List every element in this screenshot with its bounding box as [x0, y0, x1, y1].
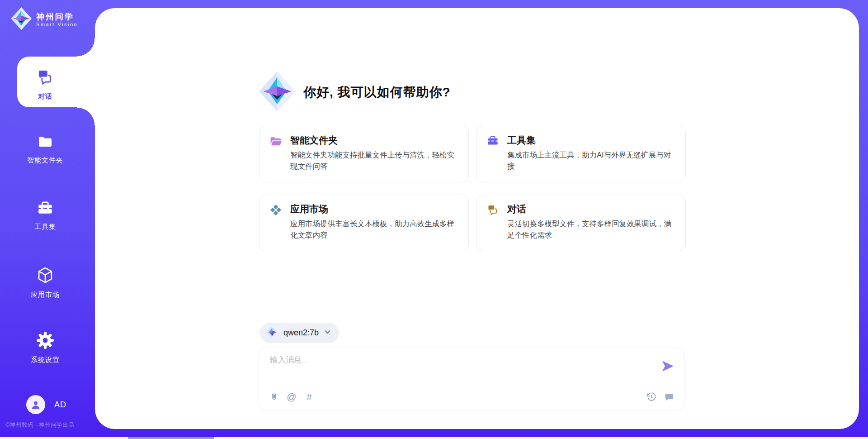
- sidebar-item-toolset[interactable]: 工具集: [0, 200, 90, 231]
- send-icon[interactable]: [661, 360, 674, 372]
- assistant-logo-icon: [259, 72, 295, 113]
- at-icon[interactable]: @: [287, 392, 297, 402]
- chevron-down-icon: [324, 329, 331, 337]
- avatar: [26, 395, 45, 414]
- brand-logo-icon: [11, 7, 32, 32]
- sidebar-item-label: 智能文件夹: [27, 156, 63, 165]
- card-description: 智能文件夹功能支持批量文件上传与清洗，轻松实现文件问答: [290, 149, 458, 172]
- toolbox-icon: [36, 200, 54, 218]
- sidebar-item-chat[interactable]: 对话: [0, 68, 90, 101]
- message-composer: @ #: [259, 348, 684, 410]
- app-root: 神州问学 Smart Vision 对话 智能文件夹: [0, 0, 868, 439]
- sidebar-item-smart-folder[interactable]: 智能文件夹: [0, 134, 90, 165]
- greeting-text: 你好, 我可以如何帮助你?: [303, 84, 451, 101]
- copyright: ©神州数码 · 神州问学出品: [5, 421, 74, 429]
- brand-subtitle: Smart Vision: [36, 22, 78, 27]
- scrollbar-thumb[interactable]: [128, 437, 214, 439]
- sidebar-item-label: 对话: [38, 92, 52, 101]
- active-tab-curve-top: [77, 38, 95, 57]
- card-description: 应用市场提供丰富长文本模板，助力高效生成多样化文章内容: [290, 218, 458, 241]
- brand-name: 神州问学: [36, 12, 78, 22]
- composer-tools-left: @ #: [269, 392, 314, 402]
- gear-icon: [36, 331, 54, 351]
- brand: 神州问学 Smart Vision: [11, 7, 78, 32]
- card-toolset[interactable]: 工具集 集成市场上主流工具，助力AI与外界无缝扩展与对接: [476, 126, 686, 182]
- model-name: qwen2:7b: [283, 328, 319, 338]
- card-smart-folder[interactable]: 智能文件夹 智能文件夹功能支持批量文件上传与清洗，轻松实现文件问答: [259, 126, 469, 182]
- sidebar-item-label: 系统设置: [31, 356, 60, 364]
- card-title: 对话: [507, 203, 675, 215]
- active-tab-curve-bottom: [77, 107, 95, 125]
- user-initials: AD: [54, 400, 66, 410]
- apps-grid-icon: [269, 204, 282, 216]
- user-profile[interactable]: AD: [26, 395, 66, 414]
- card-title: 工具集: [507, 134, 675, 147]
- chat-icon: [486, 204, 499, 216]
- feature-cards: 智能文件夹 智能文件夹功能支持批量文件上传与清洗，轻松实现文件问答 工具集 集成…: [259, 126, 686, 251]
- model-selector[interactable]: qwen2:7b: [260, 323, 339, 343]
- card-description: 灵活切换多模型文件，支持多样回复效果调试，满足个性化需求: [507, 218, 675, 241]
- cube-icon: [36, 266, 55, 286]
- card-app-market[interactable]: 应用市场 应用市场提供丰富长文本模板，助力高效生成多样化文章内容: [259, 195, 469, 251]
- model-logo-icon: [266, 326, 278, 340]
- composer-divider: [266, 384, 677, 384]
- history-icon[interactable]: [646, 392, 656, 402]
- card-title: 智能文件夹: [290, 134, 458, 147]
- sidebar-item-label: 工具集: [34, 223, 56, 231]
- person-icon: [30, 399, 42, 410]
- toolbox-icon: [486, 135, 499, 148]
- message-input[interactable]: [270, 354, 645, 380]
- horizontal-scrollbar[interactable]: [0, 437, 868, 439]
- sidebar-item-app-market[interactable]: 应用市场: [0, 266, 90, 299]
- greeting: 你好, 我可以如何帮助你?: [259, 72, 451, 113]
- card-description: 集成市场上主流工具，助力AI与外界无缝扩展与对接: [507, 149, 675, 172]
- sidebar-item-label: 应用市场: [31, 291, 60, 299]
- hash-icon[interactable]: #: [304, 392, 314, 402]
- composer-tools-right: [646, 392, 674, 402]
- open-folder-icon: [269, 135, 282, 148]
- chat-bubble-icon[interactable]: [664, 392, 674, 402]
- card-title: 应用市场: [290, 203, 458, 215]
- folder-icon: [36, 134, 54, 152]
- paperclip-icon[interactable]: [269, 392, 279, 402]
- chat-icon: [36, 68, 55, 88]
- sidebar-item-settings[interactable]: 系统设置: [0, 331, 90, 364]
- card-chat[interactable]: 对话 灵活切换多模型文件，支持多样回复效果调试，满足个性化需求: [476, 195, 686, 251]
